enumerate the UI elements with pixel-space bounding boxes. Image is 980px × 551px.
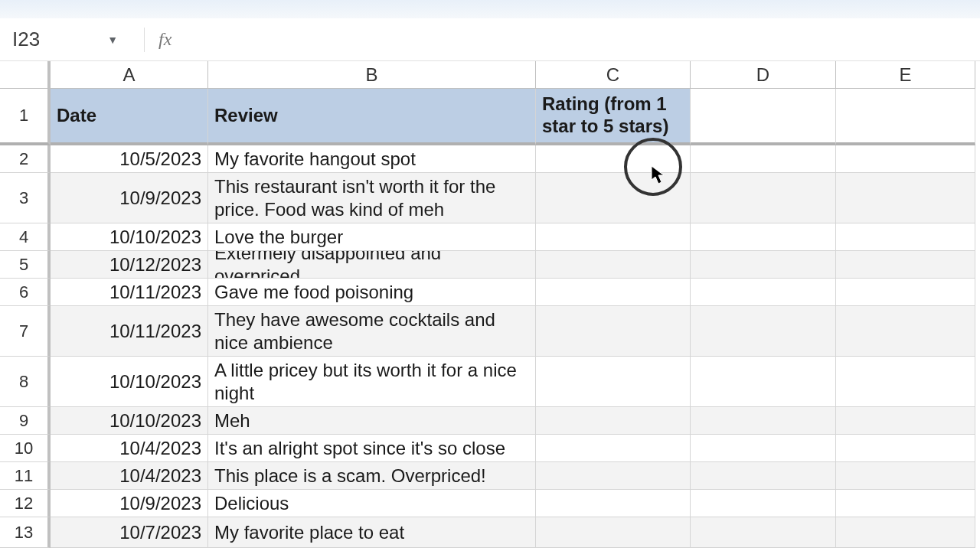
cell-rating[interactable] bbox=[536, 306, 691, 357]
cell-date[interactable]: 10/4/2023 bbox=[51, 462, 208, 490]
row-header-13[interactable]: 13 bbox=[0, 517, 51, 548]
table-row: 10/9/2023Delicious bbox=[51, 490, 980, 517]
cell-review[interactable]: Delicious bbox=[208, 490, 536, 517]
cell-review[interactable]: Love the burger bbox=[208, 223, 536, 251]
cell-date[interactable]: 10/7/2023 bbox=[51, 517, 208, 548]
cell-rating[interactable] bbox=[536, 462, 691, 490]
cell-empty[interactable] bbox=[836, 306, 975, 357]
cell-date[interactable]: 10/11/2023 bbox=[51, 306, 208, 357]
row-header-9[interactable]: 9 bbox=[0, 407, 51, 435]
table-row: 10/5/2023My favorite hangout spot bbox=[51, 145, 980, 173]
row-header-5[interactable]: 5 bbox=[0, 251, 51, 279]
cell-empty[interactable] bbox=[836, 223, 975, 251]
spreadsheet-grid: 12345678910111213 A B C D E DateReviewRa… bbox=[0, 61, 980, 548]
row-header-7[interactable]: 7 bbox=[0, 306, 51, 357]
cell-review[interactable]: A little pricey but its worth it for a n… bbox=[208, 357, 536, 407]
cell-date[interactable]: 10/4/2023 bbox=[51, 435, 208, 462]
table-row: 10/4/2023This place is a scam. Overprice… bbox=[51, 462, 980, 490]
row-header-3[interactable]: 3 bbox=[0, 173, 51, 223]
table-row: 10/10/2023Meh bbox=[51, 407, 980, 435]
fx-icon: fx bbox=[158, 29, 172, 50]
cell-date[interactable]: 10/11/2023 bbox=[51, 279, 208, 306]
cell-empty[interactable] bbox=[691, 490, 836, 517]
cell-empty[interactable] bbox=[691, 89, 836, 145]
cell-review[interactable]: Extermely disappointed and overpriced bbox=[208, 251, 536, 279]
row-header-10[interactable]: 10 bbox=[0, 435, 51, 462]
cell-review[interactable]: This restaurant isn't worth it for the p… bbox=[208, 173, 536, 223]
cell-rating[interactable] bbox=[536, 223, 691, 251]
table-row: 10/7/2023My favorite place to eat bbox=[51, 517, 980, 548]
cell-empty[interactable] bbox=[691, 223, 836, 251]
cell-date[interactable]: 10/5/2023 bbox=[51, 145, 208, 173]
cell-empty[interactable] bbox=[691, 173, 836, 223]
row-header-4[interactable]: 4 bbox=[0, 223, 51, 251]
cell-empty[interactable] bbox=[691, 145, 836, 173]
cell-date[interactable]: 10/10/2023 bbox=[51, 223, 208, 251]
window-chrome-fade bbox=[0, 0, 980, 18]
cell-review[interactable]: This place is a scam. Overpriced! bbox=[208, 462, 536, 490]
cell-review[interactable]: My favorite place to eat bbox=[208, 517, 536, 548]
cell-empty[interactable] bbox=[691, 435, 836, 462]
col-header-A[interactable]: A bbox=[51, 61, 208, 89]
header-rating[interactable]: Rating (from 1 star to 5 stars) bbox=[536, 89, 691, 145]
cell-rating[interactable] bbox=[536, 279, 691, 306]
name-box[interactable]: I23 ▼ bbox=[0, 18, 130, 60]
cell-empty[interactable] bbox=[836, 490, 975, 517]
cell-empty[interactable] bbox=[836, 462, 975, 490]
col-header-B[interactable]: B bbox=[208, 61, 536, 89]
cell-empty[interactable] bbox=[691, 279, 836, 306]
cell-empty[interactable] bbox=[691, 517, 836, 548]
cell-date[interactable]: 10/10/2023 bbox=[51, 357, 208, 407]
row-header-6[interactable]: 6 bbox=[0, 279, 51, 306]
cell-empty[interactable] bbox=[836, 89, 975, 145]
row-header-12[interactable]: 12 bbox=[0, 490, 51, 517]
cell-rating[interactable] bbox=[536, 517, 691, 548]
cell-empty[interactable] bbox=[836, 407, 975, 435]
cell-review[interactable]: Meh bbox=[208, 407, 536, 435]
cell-date[interactable]: 10/9/2023 bbox=[51, 173, 208, 223]
cell-rating[interactable] bbox=[536, 435, 691, 462]
cell-review[interactable]: Gave me food poisoning bbox=[208, 279, 536, 306]
cell-empty[interactable] bbox=[836, 145, 975, 173]
col-header-C[interactable]: C bbox=[536, 61, 691, 89]
table-row: 10/9/2023This restaurant isn't worth it … bbox=[51, 173, 980, 223]
cell-date[interactable]: 10/9/2023 bbox=[51, 490, 208, 517]
cell-date[interactable]: 10/10/2023 bbox=[51, 407, 208, 435]
row-headers-column: 12345678910111213 bbox=[0, 61, 51, 548]
cell-empty[interactable] bbox=[691, 357, 836, 407]
cell-empty[interactable] bbox=[836, 173, 975, 223]
table-row: 10/10/2023Love the burger bbox=[51, 223, 980, 251]
cell-empty[interactable] bbox=[836, 357, 975, 407]
chevron-down-icon[interactable]: ▼ bbox=[107, 34, 118, 46]
cell-rating[interactable] bbox=[536, 251, 691, 279]
col-header-E[interactable]: E bbox=[836, 61, 975, 89]
cell-empty[interactable] bbox=[691, 462, 836, 490]
header-review[interactable]: Review bbox=[208, 89, 536, 145]
cell-empty[interactable] bbox=[836, 517, 975, 548]
cell-review[interactable]: They have awesome cocktails and nice amb… bbox=[208, 306, 536, 357]
cell-rating[interactable] bbox=[536, 357, 691, 407]
cell-rating[interactable] bbox=[536, 490, 691, 517]
header-date[interactable]: Date bbox=[51, 89, 208, 145]
cell-rating[interactable] bbox=[536, 173, 691, 223]
cell-empty[interactable] bbox=[836, 279, 975, 306]
row-header-11[interactable]: 11 bbox=[0, 462, 51, 490]
row-header-1[interactable]: 1 bbox=[0, 89, 51, 145]
cell-review[interactable]: It's an alright spot since it's so close bbox=[208, 435, 536, 462]
cell-rating[interactable] bbox=[536, 145, 691, 173]
cell-empty[interactable] bbox=[691, 407, 836, 435]
cell-empty[interactable] bbox=[691, 306, 836, 357]
cell-date[interactable]: 10/12/2023 bbox=[51, 251, 208, 279]
row-header-2[interactable]: 2 bbox=[0, 145, 51, 173]
sheet-body: A B C D E DateReviewRating (from 1 star … bbox=[51, 61, 980, 548]
table-row: 10/4/2023It's an alright spot since it's… bbox=[51, 435, 980, 462]
col-header-D[interactable]: D bbox=[691, 61, 836, 89]
cell-empty[interactable] bbox=[836, 435, 975, 462]
cell-rating[interactable] bbox=[536, 407, 691, 435]
select-all-corner[interactable] bbox=[0, 61, 51, 89]
divider bbox=[144, 28, 145, 52]
cell-empty[interactable] bbox=[691, 251, 836, 279]
cell-empty[interactable] bbox=[836, 251, 975, 279]
row-header-8[interactable]: 8 bbox=[0, 357, 51, 407]
cell-review[interactable]: My favorite hangout spot bbox=[208, 145, 536, 173]
